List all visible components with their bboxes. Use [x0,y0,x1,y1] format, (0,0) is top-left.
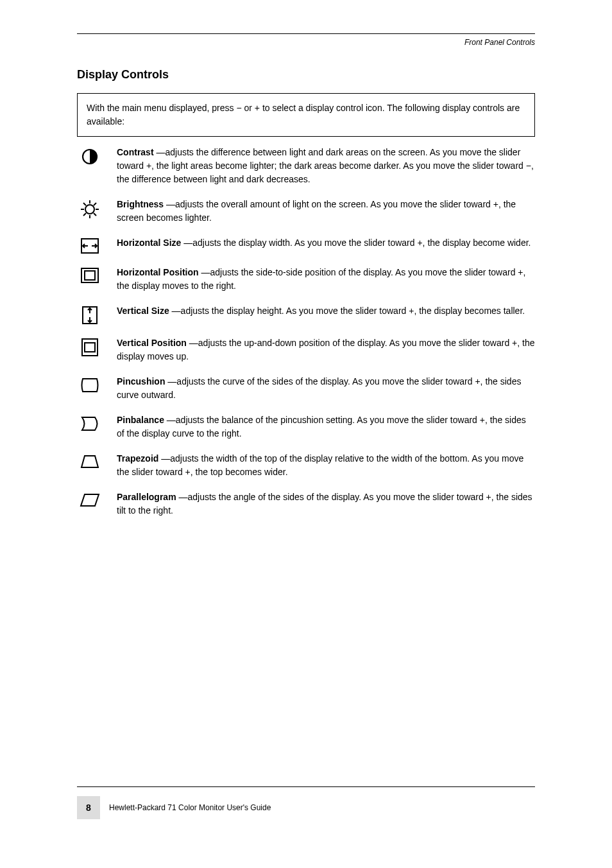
pincushion-icon [77,375,103,394]
item-label: Pinbalance [117,415,164,425]
item-desc: —adjusts the difference between light an… [117,147,534,184]
instruction-text: With the main menu displayed, press − or… [87,103,520,126]
item-text: Trapezoid —adjusts the width of the top … [117,452,535,479]
vertical-size-icon [77,304,103,325]
list-item: Contrast —adjusts the difference between… [77,146,535,186]
svg-rect-15 [85,343,95,352]
item-text: Parallelogram —adjusts the angle of the … [117,490,535,517]
item-label: Horizontal Position [117,267,199,277]
item-desc: —adjusts the angle of the sides of the d… [117,492,532,516]
item-text: Horizontal Size —adjusts the display wid… [117,236,535,250]
item-desc: —adjusts the overall amount of light on … [117,199,516,223]
instruction-box: With the main menu displayed, press − or… [77,93,535,137]
page-footer: 8 Hewlett-Packard 71 Color Monitor User'… [77,786,535,819]
brightness-icon [77,198,103,220]
list-item: Trapezoid —adjusts the width of the top … [77,452,535,479]
page-header: Front Panel Controls [77,33,535,50]
pinbalance-icon [77,413,103,433]
item-text: Brightness —adjusts the overall amount o… [117,198,535,225]
item-label: Pincushion [117,376,165,386]
section-title: Display Controls [77,68,535,82]
item-label: Contrast [117,147,154,157]
svg-rect-12 [85,271,95,280]
item-desc: —adjusts the display height. As you move… [169,306,525,316]
item-desc: —adjusts the display width. As you move … [181,238,531,248]
item-desc: —adjusts the curve of the sides of the d… [117,376,521,400]
parallelogram-icon [77,490,103,508]
list-item: Pinbalance —adjusts the balance of the p… [77,413,535,440]
item-desc: —adjusts the balance of the pincushion s… [117,415,526,438]
list-item: Parallelogram —adjusts the angle of the … [77,490,535,517]
controls-list: Contrast —adjusts the difference between… [77,146,535,517]
item-text: Pinbalance —adjusts the balance of the p… [117,413,535,440]
horizontal-size-icon [77,236,103,254]
list-item: Vertical Size —adjusts the display heigh… [77,304,535,325]
page-area: Front Panel Controls Display Controls Wi… [77,33,535,810]
page-number: 8 [77,796,100,819]
svg-point-1 [85,205,94,214]
item-text: Vertical Position —adjusts the up-and-do… [117,336,535,363]
item-label: Vertical Size [117,306,169,316]
item-label: Horizontal Size [117,238,181,248]
svg-line-7 [94,213,96,216]
trapezoid-icon [77,452,103,470]
item-text: Vertical Size —adjusts the display heigh… [117,304,535,318]
item-desc: —adjusts the width of the top of the dis… [117,453,523,477]
footer-doc-title: Hewlett-Packard 71 Color Monitor User's … [109,803,271,812]
item-text: Pincushion —adjusts the curve of the sid… [117,375,535,402]
item-label: Brightness [117,199,164,209]
list-item: Brightness —adjusts the overall amount o… [77,198,535,225]
item-label: Vertical Position [117,338,187,348]
item-label: Parallelogram [117,492,176,502]
item-text: Horizontal Position —adjusts the side-to… [117,266,535,293]
svg-line-6 [83,203,86,205]
svg-line-8 [83,213,86,216]
item-label: Trapezoid [117,453,158,464]
list-item: Horizontal Position —adjusts the side-to… [77,266,535,293]
horizontal-position-icon [77,266,103,284]
running-title: Front Panel Controls [464,38,535,47]
contrast-icon [77,146,103,166]
vertical-position-icon [77,336,103,357]
list-item: Horizontal Size —adjusts the display wid… [77,236,535,254]
item-text: Contrast —adjusts the difference between… [117,146,535,186]
list-item: Pincushion —adjusts the curve of the sid… [77,375,535,402]
list-item: Vertical Position —adjusts the up-and-do… [77,336,535,363]
svg-line-9 [94,203,96,205]
